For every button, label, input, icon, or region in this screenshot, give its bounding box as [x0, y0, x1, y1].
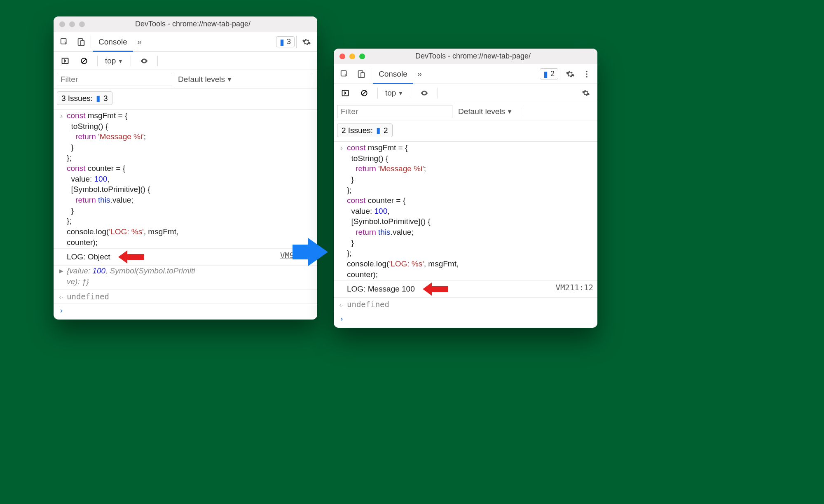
device-toggle-icon[interactable]: [353, 66, 369, 82]
zoom-dot[interactable]: [359, 54, 365, 59]
transition-arrow-icon: [308, 238, 328, 266]
settings-gear-icon[interactable]: [298, 34, 315, 50]
object-preview[interactable]: ▸ {value: 100, Symbol(Symbol.toPrimitive…: [54, 266, 317, 289]
console-input-code[interactable]: const msgFmt = { toString() { return 'Me…: [67, 110, 313, 247]
return-value: undefined: [67, 292, 109, 302]
issues-icon: ▮: [280, 38, 284, 46]
issues-row: 3 Issues: ▮ 3: [54, 89, 317, 110]
expand-triangle-icon[interactable]: ▸: [56, 266, 67, 287]
chevron-down-icon: ▼: [507, 108, 513, 115]
filter-row: Default levels ▼: [334, 102, 597, 121]
issues-icon: ▮: [376, 126, 380, 135]
issues-badge[interactable]: ▮ 2: [540, 68, 558, 79]
more-menu-icon[interactable]: [578, 66, 595, 82]
svg-point-12: [586, 73, 588, 75]
log-output: LOG: Object: [67, 250, 280, 264]
issues-icon: ▮: [96, 93, 100, 103]
titlebar: DevTools - chrome://new-tab-page/: [334, 49, 597, 64]
filter-input[interactable]: [337, 105, 452, 118]
prompt-chevron-icon[interactable]: ›: [336, 314, 347, 324]
filter-input[interactable]: [57, 73, 172, 86]
highlight-arrow-icon: [118, 250, 144, 264]
live-expression-icon[interactable]: [136, 53, 152, 69]
titlebar: DevTools - chrome://new-tab-page/: [54, 16, 317, 32]
window-title: DevTools - chrome://new-tab-page/: [95, 20, 291, 28]
inspect-icon[interactable]: [56, 34, 73, 50]
live-expression-icon[interactable]: [416, 85, 433, 101]
window-controls[interactable]: [339, 54, 365, 59]
log-levels-selector[interactable]: Default levels ▼: [178, 75, 232, 84]
issues-chip[interactable]: 3 Issues: ▮ 3: [57, 91, 112, 105]
log-output: LOG: Message 100: [347, 282, 555, 296]
svg-rect-9: [361, 72, 364, 77]
context-selector[interactable]: top ▼: [103, 56, 126, 65]
svg-point-16: [424, 92, 425, 93]
more-tabs-icon[interactable]: »: [133, 37, 146, 47]
console-subbar: top ▼: [54, 52, 317, 70]
chevron-down-icon: ▼: [117, 58, 123, 64]
issues-icon: ▮: [543, 70, 548, 78]
device-toggle-icon[interactable]: [73, 34, 89, 50]
sidebar-toggle-icon[interactable]: [57, 53, 73, 69]
settings-gear-icon[interactable]: [562, 66, 578, 82]
return-value: undefined: [347, 299, 389, 310]
source-link[interactable]: VM211:12: [555, 282, 593, 293]
console-body: › const msgFmt = { toString() { return '…: [54, 110, 317, 320]
console-input-code[interactable]: const msgFmt = { toString() { return 'Me…: [347, 142, 593, 280]
prompt-chevron-icon[interactable]: ›: [56, 306, 67, 316]
return-chevron-icon: ‹·: [336, 299, 347, 310]
main-toolbar: Console » ▮ 3: [54, 32, 317, 52]
filter-row: Default levels ▼: [54, 70, 317, 89]
tab-console[interactable]: Console: [93, 32, 133, 51]
issues-count: 3: [287, 37, 291, 46]
input-chevron-icon: ›: [336, 142, 347, 280]
issues-row: 2 Issues: ▮ 2: [334, 121, 597, 142]
minimize-dot[interactable]: [69, 21, 75, 27]
minimize-dot[interactable]: [349, 54, 355, 59]
svg-point-6: [144, 60, 145, 61]
svg-point-11: [586, 70, 588, 72]
close-dot[interactable]: [339, 54, 345, 59]
devtools-window-after: DevTools - chrome://new-tab-page/ Consol…: [334, 49, 597, 328]
more-tabs-icon[interactable]: »: [413, 69, 426, 79]
context-selector[interactable]: top ▼: [383, 89, 406, 98]
return-chevron-icon: ‹·: [56, 292, 67, 302]
svg-rect-2: [81, 40, 84, 45]
chevron-down-icon: ▼: [398, 90, 403, 96]
window-controls[interactable]: [59, 21, 85, 27]
issues-count: 2: [550, 70, 555, 78]
tab-console[interactable]: Console: [373, 64, 413, 84]
clear-console-icon[interactable]: [356, 85, 372, 101]
issues-badge[interactable]: ▮ 3: [276, 36, 295, 47]
console-settings-gear-icon[interactable]: [578, 85, 594, 101]
devtools-window-before: DevTools - chrome://new-tab-page/ Consol…: [54, 16, 317, 320]
inspect-icon[interactable]: [336, 66, 353, 82]
console-subbar: top ▼: [334, 84, 597, 102]
clear-console-icon[interactable]: [76, 53, 92, 69]
window-title: DevTools - chrome://new-tab-page/: [375, 52, 571, 61]
input-chevron-icon: ›: [56, 110, 67, 247]
console-body: › const msgFmt = { toString() { return '…: [334, 142, 597, 328]
main-toolbar: Console » ▮ 2: [334, 64, 597, 84]
highlight-arrow-icon: [423, 282, 448, 296]
sidebar-toggle-icon[interactable]: [337, 85, 353, 101]
svg-point-13: [586, 76, 588, 77]
zoom-dot[interactable]: [79, 21, 85, 27]
chevron-down-icon: ▼: [227, 76, 232, 83]
issues-chip[interactable]: 2 Issues: ▮ 2: [337, 124, 393, 137]
close-dot[interactable]: [59, 21, 65, 27]
log-levels-selector[interactable]: Default levels ▼: [458, 107, 513, 116]
